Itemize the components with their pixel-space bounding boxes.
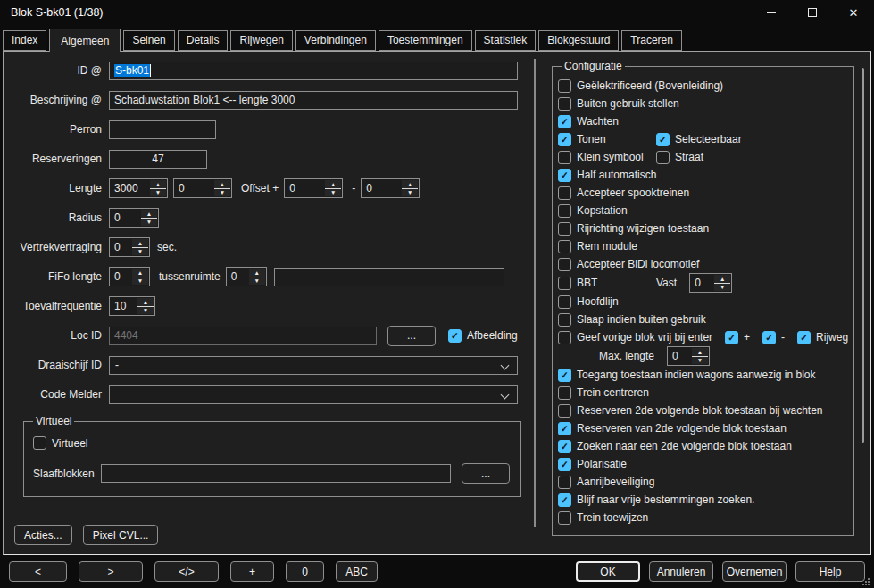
checkbox-zoeken-naar-een-2de-volgende-blok-toestaan[interactable]: ✓Zoeken naar een 2de volgende blok toest… [558,440,792,453]
offset-min-spinner[interactable]: 0▲▼ [361,178,420,198]
checkbox-rijrichting-wijzigen-toestaan[interactable]: Rijrichting wijzigen toestaan [558,222,709,236]
tab-rijwegen[interactable]: Rijwegen [230,30,292,51]
help-button[interactable]: Help [795,561,865,582]
beschrijving-input[interactable]: Schaduwstation Blok1 <-- lengte 3000 [109,91,518,110]
resize-grip[interactable] [862,578,864,580]
spin-down-button[interactable]: ▼ [132,248,148,256]
minimize-button[interactable] [751,0,792,25]
toevalfrequentie-spinner[interactable]: 10▲▼ [109,296,155,316]
tab-details[interactable]: Details [178,30,229,51]
overnemen-button[interactable]: Overnemen [722,561,787,582]
checkbox-geef-vorige-blok-vrij-bij-enter[interactable]: Geef vorige blok vrij bij enter [558,331,712,344]
checkbox-trein-toewijzen[interactable]: Trein toewijzen [558,511,648,525]
checkbox-item[interactable]: ✓+ [725,331,750,344]
spin-down-button[interactable]: ▼ [137,307,154,315]
checkbox-reserveren-van-2de-volgende-blok-toestaan[interactable]: ✓Reserveren van 2de volgende blok toesta… [558,422,787,435]
spin-down-button[interactable]: ▼ [214,189,230,197]
perron-input[interactable] [109,120,216,139]
code-button[interactable]: </> [154,561,219,582]
checkbox-klein-symbool[interactable]: Klein symbool [558,151,644,164]
spin-up-button[interactable]: ▲ [692,348,708,357]
config-spinner[interactable]: 0▲▼ [689,273,732,293]
spin-down-button[interactable]: ▼ [150,189,166,197]
checkbox-wachten[interactable]: ✓Wachten [558,115,644,128]
checkbox-slaap-indien-buiten-gebruik[interactable]: Slaap indien buiten gebruik [558,313,706,327]
tussenruimte-spinner[interactable]: 0▲▼ [226,267,267,286]
tab-verbindingen[interactable]: Verbindingen [295,30,376,51]
checkbox-blijf-naar-vrije-bestemmingen-zoeken[interactable]: ✓Blijf naar vrije bestemmingen zoeken. [558,493,754,507]
checkbox-hoofdlijn[interactable]: Hoofdlijn [558,295,644,309]
nav-prev-button[interactable]: < [9,561,67,582]
checkbox-toegang-toestaan-indien-wagons-aanwezig-in-blok[interactable]: ✓Toegang toestaan indien wagons aanwezig… [558,369,816,382]
id-input[interactable]: S-bk01 [109,62,518,80]
spin-down-button[interactable]: ▼ [141,219,157,227]
spin-down-button[interactable]: ▼ [402,189,418,197]
vertical-scrollbar[interactable] [862,68,864,443]
offset-plus-spinner[interactable]: 0▲▼ [284,178,343,198]
nav-next-button[interactable]: > [79,561,143,582]
spin-up-button[interactable]: ▲ [137,298,154,307]
vertrekvertraging-spinner[interactable]: 0▲▼ [109,237,150,257]
spin-down-button[interactable]: ▼ [249,277,265,286]
loc-id-browse-button[interactable]: ... [387,326,436,346]
spin-up-button[interactable]: ▲ [714,275,730,284]
checkbox-selecteerbaar[interactable]: ✓Selecteerbaar [656,133,742,146]
reserveringen-input[interactable]: 47 [109,150,207,169]
virtueel-checkbox[interactable]: Virtueel [33,436,87,450]
spin-up-button[interactable]: ▲ [214,180,230,189]
checkbox-kopstation[interactable]: Kopstation [558,204,644,218]
abc-button[interactable]: ABC [336,561,378,582]
checkbox-rem-module[interactable]: Rem module [558,240,644,253]
config-spinner[interactable]: 0▲▼ [667,346,710,366]
tab-statistiek[interactable]: Statistiek [475,30,537,51]
tab-blokgestuurd[interactable]: Blokgestuurd [538,30,619,51]
checkbox-half-automatisch[interactable]: ✓Half automatisch [558,169,656,182]
spin-up-button[interactable]: ▲ [249,269,265,277]
tab-toestemmingen[interactable]: Toestemmingen [379,30,472,51]
close-button[interactable]: ✕ [833,0,874,25]
tab-index[interactable]: Index [3,30,46,51]
checkbox-accepteer-spooktreinen[interactable]: Accepteer spooktreinen [558,186,689,200]
checkbox-buiten-gebruik-stellen[interactable]: Buiten gebruik stellen [558,97,679,111]
slaafblokken-input[interactable] [101,464,451,483]
plus-button[interactable]: + [230,561,274,582]
checkbox-trein-centreren[interactable]: Trein centreren [558,386,649,400]
lengte-spinner[interactable]: 3000▲▼ [109,178,168,198]
checkbox-rijweg[interactable]: ✓Rijweg [797,331,848,344]
lengte-spinner-2[interactable]: 0▲▼ [173,178,232,198]
slaafblokken-browse-button[interactable]: ... [462,463,510,484]
tab-traceren[interactable]: Traceren [621,30,682,51]
spin-up-button[interactable]: ▲ [132,239,148,248]
pixel-cvl-button[interactable]: Pixel CVL... [83,525,159,545]
spin-up-button[interactable]: ▲ [325,180,341,189]
tab-algemeen[interactable]: Algemeen [49,29,121,52]
maximize-button[interactable] [792,0,833,25]
spin-down-button[interactable]: ▼ [692,357,708,365]
checkbox-aanrijbeveiliging[interactable]: Aanrijbeveiliging [558,476,654,489]
checkbox-item[interactable]: ✓- [762,331,785,344]
checkbox-polarisatie[interactable]: ✓Polarisatie [558,458,644,471]
fifo-text-input[interactable] [274,268,504,286]
spin-up-button[interactable]: ▲ [141,210,157,219]
spin-down-button[interactable]: ▼ [714,284,730,292]
spin-down-button[interactable]: ▼ [132,277,148,286]
code-melder-select[interactable] [109,385,518,404]
checkbox-straat[interactable]: Straat [656,151,703,164]
tab-seinen[interactable]: Seinen [123,30,174,51]
checkbox-reserveren-2de-volgende-blok-toestaan-bij-wachten[interactable]: Reserveren 2de volgende blok toestaan bi… [558,404,823,418]
checkbox-tonen[interactable]: ✓Tonen [558,133,644,146]
ok-button[interactable]: OK [576,561,640,582]
afbeelding-checkbox[interactable]: ✓Afbeelding [448,329,518,343]
zero-button[interactable]: 0 [286,561,324,582]
acties-button[interactable]: Acties... [14,525,72,545]
checkbox-bbt[interactable]: BBT [558,277,644,290]
annuleren-button[interactable]: Annuleren [649,561,713,582]
spin-up-button[interactable]: ▲ [150,180,166,189]
spin-up-button[interactable]: ▲ [402,180,418,189]
spin-down-button[interactable]: ▼ [325,189,341,197]
fifo-lengte-spinner[interactable]: 0▲▼ [109,267,150,286]
draaischijf-id-select[interactable]: - [109,356,518,375]
checkbox-accepteer-bidi-locomotief[interactable]: Accepteer BiDi locomotief [558,258,699,271]
spin-up-button[interactable]: ▲ [132,269,148,277]
radius-spinner[interactable]: 0▲▼ [109,208,159,228]
